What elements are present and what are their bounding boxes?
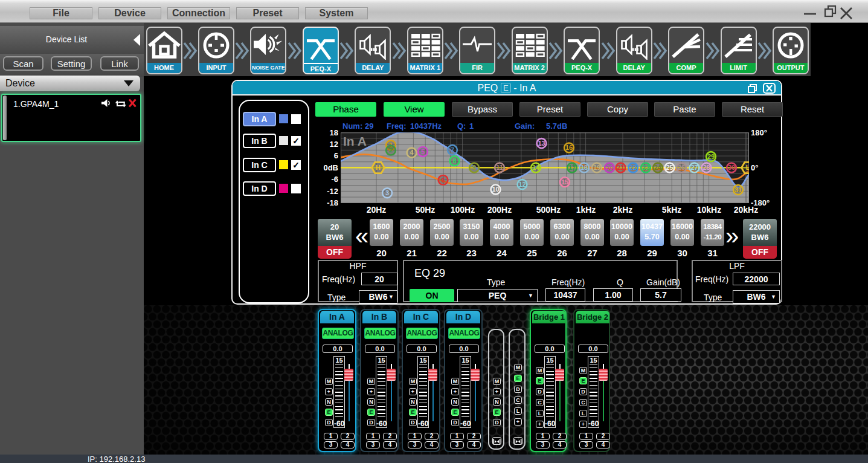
svg-text:23: 23 xyxy=(642,164,649,171)
svg-text:H: H xyxy=(376,164,381,171)
svg-text:28: 28 xyxy=(702,164,710,171)
svg-text:16: 16 xyxy=(565,144,573,151)
svg-text:17: 17 xyxy=(568,164,576,171)
svg-text:21: 21 xyxy=(617,164,624,171)
svg-text:5: 5 xyxy=(421,148,425,155)
svg-text:31: 31 xyxy=(735,186,742,193)
svg-text:L: L xyxy=(746,164,749,171)
svg-text:3: 3 xyxy=(385,189,389,196)
svg-text:25: 25 xyxy=(666,164,673,171)
svg-text:In A: In A xyxy=(343,134,367,148)
svg-text:9: 9 xyxy=(472,164,476,171)
svg-text:11: 11 xyxy=(496,164,503,171)
svg-text:7: 7 xyxy=(451,146,454,154)
svg-text:22: 22 xyxy=(629,164,637,171)
svg-text:27: 27 xyxy=(690,164,698,171)
svg-text:6: 6 xyxy=(441,176,445,184)
svg-text:13: 13 xyxy=(538,140,545,147)
svg-text:4: 4 xyxy=(410,149,414,156)
svg-text:30: 30 xyxy=(728,164,735,171)
svg-text:26: 26 xyxy=(678,164,685,171)
svg-text:14: 14 xyxy=(532,164,540,171)
svg-text:20: 20 xyxy=(606,164,613,171)
svg-text:19: 19 xyxy=(593,164,600,171)
svg-text:12: 12 xyxy=(518,181,526,188)
svg-text:24: 24 xyxy=(654,164,662,171)
svg-text:8: 8 xyxy=(452,157,456,164)
svg-text:18: 18 xyxy=(580,164,588,171)
svg-text:10: 10 xyxy=(492,186,499,193)
svg-text:15: 15 xyxy=(561,178,568,186)
svg-text:2: 2 xyxy=(389,146,393,154)
svg-text:29: 29 xyxy=(707,153,715,160)
